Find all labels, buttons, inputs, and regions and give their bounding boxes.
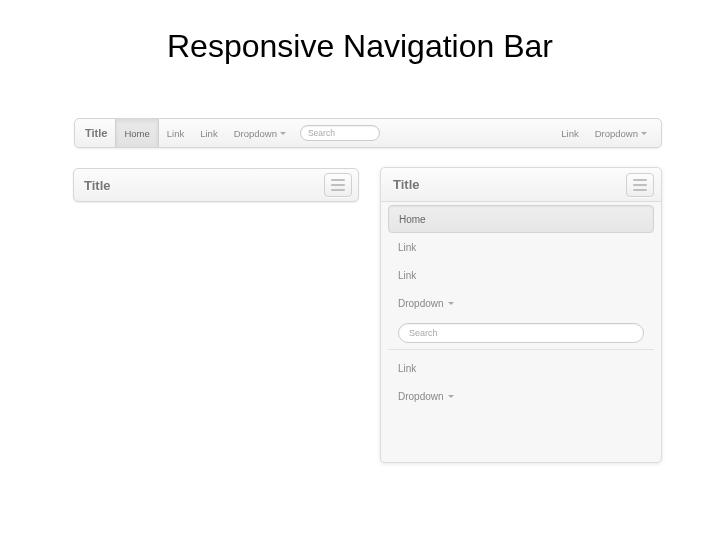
caret-down-icon bbox=[641, 132, 647, 135]
navbar-brand[interactable]: Title bbox=[84, 178, 111, 193]
menu-divider bbox=[388, 349, 654, 350]
nav-item-label: Home bbox=[124, 128, 149, 139]
menu-toggle-button[interactable] bbox=[626, 173, 654, 197]
hamburger-bar-icon bbox=[331, 189, 345, 191]
nav-item-link-1[interactable]: Link bbox=[159, 119, 192, 147]
navbar-expanded-topbar: Title bbox=[381, 168, 661, 202]
hamburger-bar-icon bbox=[331, 179, 345, 181]
menu-item-label: Dropdown bbox=[398, 391, 444, 402]
menu-item-label: Dropdown bbox=[398, 298, 444, 309]
menu-item-dropdown-bottom[interactable]: Dropdown bbox=[388, 382, 654, 410]
navbar-desktop: Title Home Link Link Dropdown Search Lin… bbox=[74, 118, 662, 148]
nav-item-label: Link bbox=[167, 128, 184, 139]
caret-down-icon bbox=[280, 132, 286, 135]
nav-item-label: Dropdown bbox=[595, 128, 638, 139]
hamburger-bar-icon bbox=[633, 179, 647, 181]
menu-item-dropdown-top[interactable]: Dropdown bbox=[388, 289, 654, 317]
nav-item-label: Link bbox=[561, 128, 578, 139]
caret-down-icon bbox=[448, 395, 454, 398]
search-placeholder: Search bbox=[409, 328, 438, 338]
nav-item-dropdown-right[interactable]: Dropdown bbox=[587, 119, 655, 147]
slide-title: Responsive Navigation Bar bbox=[0, 28, 720, 65]
menu-item-label: Link bbox=[398, 242, 416, 253]
menu-item-link-bottom[interactable]: Link bbox=[388, 354, 654, 382]
navbar-collapsed: Title bbox=[73, 168, 359, 202]
navbar-expanded-panel: Title Home Link Link Dropdown Search Lin… bbox=[380, 167, 662, 463]
menu-item-link-1[interactable]: Link bbox=[388, 233, 654, 261]
navbar-search-input[interactable]: Search bbox=[300, 125, 380, 141]
hamburger-bar-icon bbox=[633, 189, 647, 191]
navbar-brand[interactable]: Title bbox=[393, 177, 420, 192]
nav-item-label: Dropdown bbox=[234, 128, 277, 139]
hamburger-bar-icon bbox=[633, 184, 647, 186]
nav-item-link-right[interactable]: Link bbox=[553, 119, 586, 147]
navbar-expanded-list: Home Link Link Dropdown Search Link Drop… bbox=[381, 202, 661, 413]
menu-toggle-button[interactable] bbox=[324, 173, 352, 197]
nav-item-link-2[interactable]: Link bbox=[192, 119, 225, 147]
menu-item-label: Link bbox=[398, 270, 416, 281]
nav-item-home[interactable]: Home bbox=[115, 119, 158, 147]
menu-item-label: Home bbox=[399, 214, 426, 225]
menu-item-label: Link bbox=[398, 363, 416, 374]
menu-item-link-2[interactable]: Link bbox=[388, 261, 654, 289]
expanded-search-input[interactable]: Search bbox=[398, 323, 644, 343]
nav-item-dropdown-left[interactable]: Dropdown bbox=[226, 119, 294, 147]
nav-item-label: Link bbox=[200, 128, 217, 139]
navbar-brand[interactable]: Title bbox=[81, 127, 115, 139]
menu-item-home[interactable]: Home bbox=[388, 205, 654, 233]
hamburger-bar-icon bbox=[331, 184, 345, 186]
search-placeholder: Search bbox=[308, 128, 335, 138]
caret-down-icon bbox=[448, 302, 454, 305]
